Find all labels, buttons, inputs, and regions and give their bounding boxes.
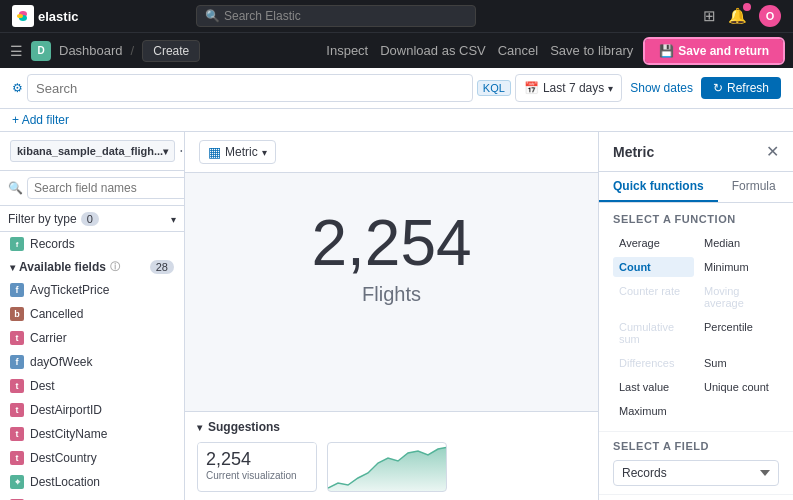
create-button[interactable]: Create: [142, 40, 200, 62]
records-type-icon: f: [10, 237, 24, 251]
field-item[interactable]: bCancelled: [0, 302, 184, 326]
main-content: ▦ Metric 2,254 Flights Suggestions 2,254…: [185, 132, 598, 500]
metric-dropdown[interactable]: ▦ Metric: [199, 140, 276, 164]
add-filter-link[interactable]: + Add filter: [12, 113, 781, 127]
function-button[interactable]: Count: [613, 257, 694, 277]
field-item[interactable]: tDestCityName: [0, 422, 184, 446]
function-grid: AverageMedianCountMinimumCounter rateMov…: [613, 233, 779, 421]
function-button[interactable]: Last value: [613, 377, 694, 397]
suggestion-metric-card[interactable]: 2,254 Current visualization: [197, 442, 317, 492]
field-item[interactable]: fdayOfWeek: [0, 350, 184, 374]
bell-icon[interactable]: 🔔: [728, 7, 747, 25]
elastic-logo: elastic: [12, 5, 78, 27]
function-section: Select a function AverageMedianCountMini…: [599, 203, 793, 432]
field-item[interactable]: tDestCountry: [0, 446, 184, 470]
function-button: Counter rate: [613, 281, 694, 313]
field-item[interactable]: tDestAirportID: [0, 398, 184, 422]
data-source-chevron-icon: [163, 144, 168, 158]
calendar-icon: 📅: [524, 81, 539, 95]
field-section: f Records Available fields ⓘ 28 fAvgTick…: [0, 232, 184, 500]
field-item[interactable]: tCarrier: [0, 326, 184, 350]
visualization-container: 2,254 Flights: [185, 173, 598, 341]
field-type-icon: t: [10, 331, 24, 345]
select-field-section: Select a field Records: [599, 432, 793, 495]
cancel-link[interactable]: Cancel: [498, 43, 538, 58]
metric-panel-icon: ▦: [208, 144, 221, 160]
top-search-bar[interactable]: 🔍 Search Elastic: [196, 5, 476, 27]
tabs-row: Quick functions Formula: [599, 172, 793, 203]
field-name-label: DestAirportID: [30, 403, 102, 417]
field-item[interactable]: tDest: [0, 374, 184, 398]
suggestion-chart-card[interactable]: [327, 442, 447, 492]
download-csv-link[interactable]: Download as CSV: [380, 43, 486, 58]
breadcrumb-icon: D: [31, 41, 51, 61]
field-type-icon: f: [10, 355, 24, 369]
metric-label: Flights: [362, 283, 421, 306]
field-item[interactable]: ⌖DestLocation: [0, 470, 184, 494]
metric-panel-header: ▦ Metric: [185, 132, 598, 173]
nav-right-actions: Inspect Download as CSV Cancel Save to l…: [326, 39, 783, 63]
hamburger-icon[interactable]: ☰: [10, 43, 23, 59]
field-item[interactable]: tDestRegion: [0, 494, 184, 500]
dashboard-breadcrumb[interactable]: Dashboard: [59, 43, 123, 58]
save-and-return-button[interactable]: 💾 Save and return: [645, 39, 783, 63]
function-button[interactable]: Median: [698, 233, 779, 253]
top-nav: elastic 🔍 Search Elastic ⊞ 🔔 O: [0, 0, 793, 32]
panel-header: Metric ✕: [599, 132, 793, 172]
field-list: fAvgTicketPricebCancelledtCarrierfdayOfW…: [0, 278, 184, 500]
filter-icon: ⚙: [12, 81, 23, 95]
data-source-header: kibana_sample_data_fligh... ⋯: [0, 132, 184, 171]
function-button[interactable]: Percentile: [698, 317, 779, 349]
function-button[interactable]: Average: [613, 233, 694, 253]
suggestion-chart-svg: [328, 443, 447, 492]
save-to-library-link[interactable]: Save to library: [550, 43, 633, 58]
tab-formula[interactable]: Formula: [718, 172, 790, 202]
grid-icon[interactable]: ⊞: [703, 7, 716, 25]
search-input[interactable]: [36, 81, 464, 96]
filter-type-badge: 0: [81, 212, 99, 226]
left-sidebar: kibana_sample_data_fligh... ⋯ 🔍 ✕ Filter…: [0, 132, 185, 500]
search-input-wrap[interactable]: [27, 74, 473, 102]
suggestions-panel: Suggestions 2,254 Current visualization: [185, 411, 598, 500]
field-type-icon: t: [10, 451, 24, 465]
field-item[interactable]: fAvgTicketPrice: [0, 278, 184, 302]
close-panel-button[interactable]: ✕: [766, 142, 779, 161]
function-button[interactable]: Sum: [698, 353, 779, 373]
field-name-label: Dest: [30, 379, 55, 393]
filter-type-label: Filter by type 0: [8, 212, 99, 226]
inspect-link[interactable]: Inspect: [326, 43, 368, 58]
available-chevron-icon: [10, 260, 15, 274]
records-field-label: Records: [30, 237, 75, 251]
data-source-selector[interactable]: kibana_sample_data_fligh...: [10, 140, 175, 162]
field-name-label: DestCountry: [30, 451, 97, 465]
search-icon: 🔍: [205, 9, 220, 23]
info-icon: ⓘ: [110, 260, 120, 274]
suggestion-number: 2,254: [206, 449, 308, 470]
refresh-button[interactable]: ↻ Refresh: [701, 77, 781, 99]
available-fields-header[interactable]: Available fields ⓘ 28: [0, 256, 184, 278]
suggestions-header[interactable]: Suggestions: [197, 420, 586, 434]
function-button[interactable]: Maximum: [613, 401, 694, 421]
function-button: Differences: [613, 353, 694, 373]
suggestions-chevron-icon: [197, 420, 202, 434]
field-select[interactable]: Records: [613, 460, 779, 486]
kql-badge[interactable]: KQL: [477, 80, 511, 96]
field-name-label: Cancelled: [30, 307, 83, 321]
select-field-label: Select a field: [613, 440, 779, 452]
records-field-item[interactable]: f Records: [0, 232, 184, 256]
user-avatar[interactable]: O: [759, 5, 781, 27]
function-button[interactable]: Minimum: [698, 257, 779, 277]
show-dates-button[interactable]: Show dates: [630, 81, 693, 95]
field-name-label: DestCityName: [30, 427, 107, 441]
panel-title: Metric: [613, 144, 654, 160]
available-fields-label: Available fields ⓘ: [10, 260, 120, 274]
tab-quick-functions[interactable]: Quick functions: [599, 172, 718, 202]
date-picker[interactable]: 📅 Last 7 days: [515, 74, 622, 102]
second-nav: ☰ D Dashboard / Create Inspect Download …: [0, 32, 793, 68]
search-fields-input[interactable]: [27, 177, 185, 199]
metric-panel-chevron-icon: [262, 145, 267, 159]
filter-type-row[interactable]: Filter by type 0: [0, 206, 184, 232]
advanced-options: Add advanced options: [599, 495, 793, 500]
filter-toggle[interactable]: ⚙: [12, 81, 23, 95]
function-button[interactable]: Unique count: [698, 377, 779, 397]
